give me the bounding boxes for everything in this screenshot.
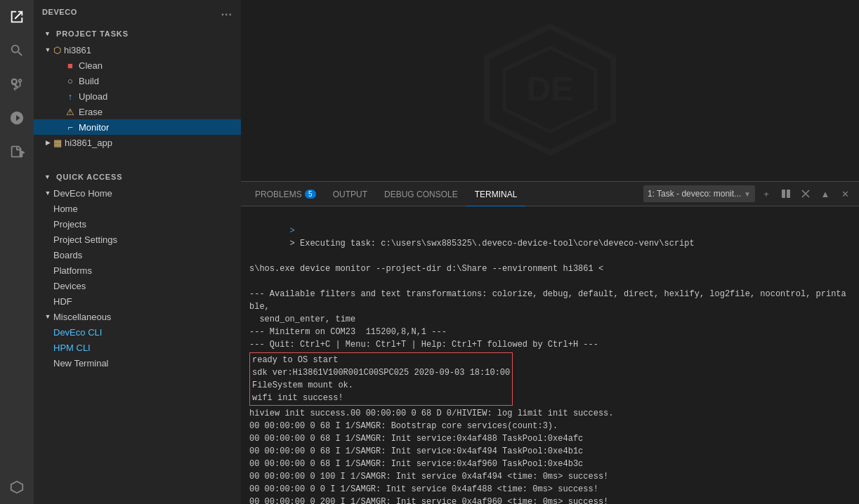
tab-terminal[interactable]: TERMINAL	[466, 183, 526, 206]
explorer-icon[interactable]	[6, 6, 28, 28]
terminal-selector-chevron: ▼	[744, 190, 751, 198]
home-label: Home	[53, 204, 78, 214]
tab-problems[interactable]: PROBLEMS 5	[247, 183, 324, 206]
project-tasks-section: ▼ PROJECT TASKS ▼ ⬡ hi3861 ■ Clean ○ Bui…	[34, 24, 241, 150]
project-tasks-label[interactable]: ▼ PROJECT TASKS	[34, 24, 241, 42]
sidebar: DEVECO ... ▼ PROJECT TASKS ▼ ⬡ hi3861 ■ …	[34, 0, 241, 504]
terminal-selector-label: 1: Task - deveco: monit...	[648, 189, 741, 199]
task-clean[interactable]: ■ Clean	[34, 58, 241, 73]
terminal-highlighted-3: wifi init success!	[252, 392, 510, 404]
quick-access-project-settings[interactable]: Project Settings	[34, 232, 241, 247]
quick-access-hdf[interactable]: HDF	[34, 293, 241, 309]
boards-label: Boards	[53, 250, 82, 260]
terminal-dynamic-line-7: 00 00:00:00 0 200 I 1/SAMGR: Init servic…	[249, 496, 851, 504]
collapse-arrow: ▼	[42, 28, 53, 39]
terminal-dynamic-line-4: 00 00:00:00 0 68 I 1/SAMGR: Init service…	[249, 458, 851, 470]
terminal-dynamic-line-1: 00 00:00:00 0 68 I 1/SAMGR: Bootstrap co…	[249, 420, 851, 432]
terminal-line-5: send_on_enter, time	[249, 313, 851, 326]
quick-access-boards[interactable]: Boards	[34, 247, 241, 263]
quick-access-arrow: ▼	[42, 171, 53, 183]
add-terminal-button[interactable]: +	[758, 185, 775, 202]
split-terminal-button[interactable]	[778, 185, 794, 202]
problems-badge: 5	[305, 190, 316, 199]
hi3861-label: hi3861	[64, 45, 91, 55]
task-monitor-label: Monitor	[79, 122, 109, 133]
hdf-label: HDF	[53, 296, 72, 307]
kill-terminal-button[interactable]	[797, 185, 814, 202]
terminal-dynamic-line-2: 00 00:00:00 0 68 I 1/SAMGR: Init service…	[249, 432, 851, 445]
terminal-prompt: >	[290, 226, 295, 236]
sidebar-more-button[interactable]: ...	[221, 6, 232, 18]
extensions-icon[interactable]	[6, 140, 28, 163]
quick-access-section: ▼ QUICK ACCESS ▼ DevEco Home Home Projec…	[34, 167, 241, 371]
task-build-label: Build	[79, 76, 99, 86]
terminal-dynamic-line-0: hiview init success.00 00:00:00 0 68 D 0…	[249, 407, 851, 420]
task-upload-label: Upload	[79, 91, 107, 102]
deveco-home-arrow: ▼	[42, 187, 53, 199]
new-terminal-label: New Terminal	[53, 358, 109, 369]
terminal-output[interactable]: > > Executing task: c:\users\swx885325\.…	[241, 206, 859, 504]
problems-tab-label: PROBLEMS	[255, 190, 302, 199]
terminal-line-7: --- Quit: Ctrl+C | Menu: Ctrl+T | Help: …	[249, 338, 851, 351]
terminal-dynamic-line-5: 00 00:00:00 0 100 I 1/SAMGR: Init servic…	[249, 470, 851, 483]
hi3861-app-node[interactable]: ▶ ▦ hi3861_app	[34, 135, 241, 150]
upload-icon: ↑	[65, 91, 76, 102]
monitor-icon: ⌐	[65, 121, 76, 133]
sidebar-header: DEVECO ...	[34, 0, 241, 24]
panel-tabs: PROBLEMS 5 OUTPUT DEBUG CONSOLE TERMINAL…	[241, 182, 859, 206]
quick-access-new-terminal[interactable]: New Terminal	[34, 355, 241, 371]
main-content: DE PROBLEMS 5 OUTPUT DEBUG CONSOLE TERMI…	[241, 0, 859, 504]
svg-text:DE: DE	[527, 70, 574, 107]
tab-output[interactable]: OUTPUT	[324, 183, 376, 206]
hi3861-app-icon: ▦	[53, 138, 62, 148]
quick-access-home[interactable]: Home	[34, 201, 241, 216]
terminal-line-blank	[249, 275, 851, 288]
quick-access-deveco-cli[interactable]: DevEco CLI	[34, 324, 241, 340]
miscellaneous-node[interactable]: ▼ Miscellaneous	[34, 309, 241, 324]
tab-debug-console[interactable]: DEBUG CONSOLE	[376, 183, 466, 206]
task-clean-label: Clean	[79, 60, 103, 71]
maximize-panel-button[interactable]: ▲	[817, 185, 834, 202]
project-settings-label: Project Settings	[53, 234, 117, 245]
build-icon: ○	[65, 75, 76, 86]
task-monitor[interactable]: ⌐ Monitor	[34, 119, 241, 135]
hi3861-icon: ⬡	[53, 45, 61, 55]
clean-icon: ■	[65, 60, 76, 71]
activity-bar	[0, 0, 34, 504]
close-panel-button[interactable]: ✕	[837, 185, 853, 202]
quick-access-label[interactable]: ▼ QUICK ACCESS	[34, 167, 241, 185]
task-upload[interactable]: ↑ Upload	[34, 88, 241, 104]
platforms-label: Platforms	[53, 265, 92, 276]
quick-access-hpm-cli[interactable]: HPM CLI	[34, 340, 241, 355]
hi3861-node[interactable]: ▼ ⬡ hi3861	[34, 42, 241, 58]
erase-icon: ⚠	[65, 106, 76, 117]
terminal-line-6: --- Miniterm on COM23 115200,8,N,1 ---	[249, 326, 851, 338]
run-debug-icon[interactable]	[6, 107, 28, 129]
terminal-selector[interactable]: 1: Task - deveco: monit... ▼	[643, 185, 755, 202]
search-icon[interactable]	[6, 39, 28, 62]
svg-rect-4	[787, 190, 790, 198]
editor-area: DE	[241, 0, 859, 181]
terminal-highlighted-block: ready to OS start sdk ver:Hi3861V100R001…	[249, 352, 513, 406]
svg-rect-3	[782, 190, 785, 198]
quick-access-platforms[interactable]: Platforms	[34, 263, 241, 278]
panel-controls: 1: Task - deveco: monit... ▼ + ▲ ✕	[643, 185, 853, 202]
sidebar-title: DEVECO	[42, 8, 77, 16]
terminal-dynamic-line-6: 00 00:00:00 0 0 I 1/SAMGR: Init service …	[249, 483, 851, 496]
quick-access-devices[interactable]: Devices	[34, 278, 241, 293]
task-erase[interactable]: ⚠ Erase	[34, 104, 241, 119]
quick-access-projects[interactable]: Projects	[34, 216, 241, 232]
task-build[interactable]: ○ Build	[34, 73, 241, 88]
deveco-home-node[interactable]: ▼ DevEco Home	[34, 185, 241, 201]
misc-label: Miscellaneous	[53, 312, 111, 322]
task-erase-label: Erase	[79, 107, 103, 117]
deveco-icon[interactable]	[6, 476, 28, 498]
debug-console-tab-label: DEBUG CONSOLE	[384, 190, 458, 199]
terminal-dynamic-line-3: 00 00:00:00 0 68 I 1/SAMGR: Init service…	[249, 445, 851, 458]
misc-arrow: ▼	[42, 311, 53, 322]
devices-label: Devices	[53, 281, 86, 291]
deveco-cli-label: DevEco CLI	[53, 327, 102, 338]
source-control-icon[interactable]	[6, 73, 28, 95]
output-tab-label: OUTPUT	[333, 190, 367, 199]
deveco-home-label: DevEco Home	[53, 188, 112, 199]
